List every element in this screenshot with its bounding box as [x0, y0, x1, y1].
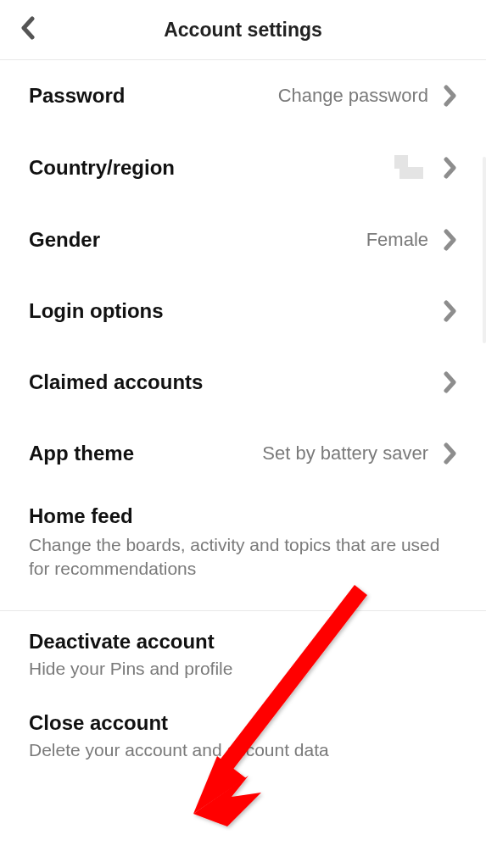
account-actions: Deactivate account Hide your Pins and pr…	[0, 611, 486, 768]
row-claimed-accounts[interactable]: Claimed accounts	[29, 347, 457, 418]
row-password[interactable]: Password Change password	[29, 60, 457, 131]
row-label: Login options	[29, 299, 164, 323]
row-value: Change password	[125, 85, 444, 107]
header: Account settings	[0, 0, 486, 59]
row-label: Claimed accounts	[29, 370, 203, 394]
row-value: Female	[100, 229, 444, 251]
row-label: App theme	[29, 442, 134, 465]
row-value	[175, 155, 444, 181]
row-description: Change the boards, activity and topics t…	[29, 533, 457, 581]
row-home-feed[interactable]: Home feed Change the boards, activity an…	[29, 489, 457, 610]
chevron-right-icon	[444, 229, 457, 251]
row-deactivate-account[interactable]: Deactivate account Hide your Pins and pr…	[29, 611, 457, 686]
chevron-right-icon	[444, 300, 457, 322]
row-app-theme[interactable]: App theme Set by battery saver	[29, 418, 457, 489]
row-label: Gender	[29, 228, 100, 252]
row-label: Country/region	[29, 156, 175, 180]
settings-list: Password Change password Country/region …	[0, 60, 486, 610]
scrollbar[interactable]	[483, 157, 486, 343]
row-close-account[interactable]: Close account Delete your account and ac…	[29, 686, 457, 767]
chevron-right-icon	[444, 371, 457, 393]
chevron-right-icon	[444, 85, 457, 107]
chevron-right-icon	[444, 157, 457, 179]
row-label: Password	[29, 84, 125, 108]
row-gender[interactable]: Gender Female	[29, 204, 457, 275]
row-label: Deactivate account	[29, 630, 457, 654]
row-label: Close account	[29, 711, 457, 735]
row-description: Delete your account and account data	[29, 738, 457, 762]
page-title: Account settings	[24, 19, 462, 42]
chevron-right-icon	[444, 442, 457, 465]
row-login-options[interactable]: Login options	[29, 275, 457, 347]
row-value: Set by battery saver	[134, 442, 444, 465]
row-label: Home feed	[29, 504, 457, 528]
flag-icon	[386, 155, 428, 181]
row-description: Hide your Pins and profile	[29, 657, 457, 681]
row-country-region[interactable]: Country/region	[29, 131, 457, 204]
chevron-left-icon	[20, 16, 36, 40]
back-button[interactable]	[20, 16, 36, 43]
